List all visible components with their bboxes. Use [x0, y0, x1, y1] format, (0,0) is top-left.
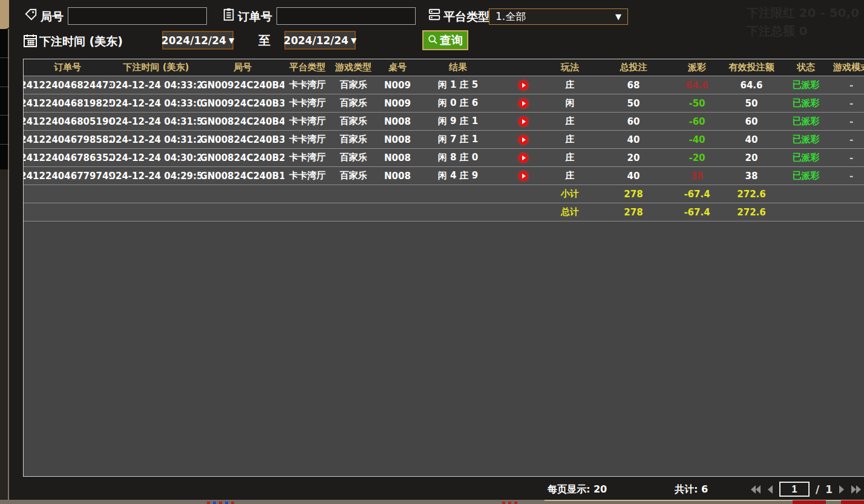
bet-time-label: 下注时间 (美东) — [39, 34, 123, 50]
cell-platform: 卡卡湾厅 — [284, 76, 330, 94]
date-from-select[interactable]: 2024/12/24 ▼ — [162, 31, 234, 50]
table-row: 241224046819825 2024-12-24 04:33:01 GN00… — [24, 94, 864, 113]
cell-bet-time: 2024-12-24 04:29:56 — [111, 167, 201, 185]
date-to-select[interactable]: 2024/12/24 ▼ — [284, 31, 356, 50]
cell-game-mode: - — [827, 76, 864, 94]
round-number-input[interactable] — [68, 7, 207, 25]
grand-total-valid-bet: 272.6 — [718, 203, 785, 221]
cell-game-mode: - — [827, 94, 864, 112]
cell-round-no: GN00824C240B1 — [201, 167, 284, 185]
page-separator: / — [816, 483, 819, 496]
table-row: 241224046779749 2024-12-24 04:29:56 GN00… — [24, 167, 864, 185]
first-page-icon[interactable] — [750, 485, 761, 494]
cell-valid-bet: 40 — [718, 131, 785, 148]
replay-play-icon[interactable] — [497, 99, 549, 108]
total-count-label: 共计: 6 — [675, 483, 708, 496]
cell-play: 庄 — [549, 76, 591, 94]
cell-result: 闲 7 庄 1 — [419, 131, 549, 148]
cell-order-no: 241224046819825 — [24, 94, 111, 112]
cell-order-no: 241224046824473 — [24, 76, 111, 94]
page-number-input[interactable] — [779, 482, 810, 497]
order-number-input[interactable] — [277, 7, 416, 25]
next-page-icon[interactable] — [839, 485, 845, 494]
cell-status: 已派彩 — [785, 76, 827, 94]
cell-status: 已派彩 — [785, 94, 827, 112]
grand-total-label: 总计 — [549, 203, 591, 221]
col-header-bet-time: 下注时间 (美东) — [111, 59, 201, 76]
col-header-round-no: 局号 — [201, 59, 284, 76]
cell-platform: 卡卡湾厅 — [284, 167, 330, 185]
cell-valid-bet: 20 — [718, 149, 785, 166]
date-to-value: 2024/12/24 — [284, 34, 349, 47]
col-header-payout: 派彩 — [676, 59, 718, 76]
table-footer: 每页显示: 20 共计: 6 / 1 — [9, 480, 864, 500]
search-icon — [428, 34, 438, 47]
cell-bet-time: 2024-12-24 04:30:25 — [111, 149, 201, 166]
cell-order-no: 241224046779749 — [24, 167, 111, 185]
date-range-to-label: 至 — [258, 33, 270, 49]
date-from-value: 2024/12/24 — [162, 34, 226, 47]
col-header-valid-bet: 有效投注额 — [718, 59, 785, 76]
cell-status: 已派彩 — [785, 149, 827, 166]
grand-total-row: 总计 278 -67.4 272.6 — [24, 203, 864, 221]
query-button-label: 查询 — [440, 33, 463, 48]
table-row: 241224046786352 2024-12-24 04:30:25 GN00… — [24, 149, 864, 167]
grand-total-total-bet: 278 — [591, 203, 676, 221]
replay-play-icon[interactable] — [497, 80, 549, 90]
cell-game-mode: - — [827, 113, 864, 130]
round-number-label: 局号 — [41, 9, 64, 25]
table-row: 241224046805196 2024-12-24 04:31:55 GN00… — [24, 113, 864, 131]
replay-play-icon[interactable] — [497, 153, 549, 163]
cell-play: 庄 — [549, 167, 591, 185]
col-header-result: 结果 — [419, 59, 549, 76]
background-page-bottom-strip — [0, 500, 864, 504]
cell-round-no: GN00924C240B3 — [201, 94, 284, 112]
platform-type-select[interactable]: 1.全部 ▼ — [489, 8, 628, 25]
replay-play-icon[interactable] — [497, 135, 549, 145]
bet-records-table: 订单号 下注时间 (美东) 局号 平台类型 游戏类型 桌号 结果 玩法 总投注 … — [23, 59, 864, 477]
cell-round-no: GN00824C240B2 — [201, 149, 284, 166]
page-total: 1 — [825, 483, 833, 496]
chevron-down-icon: ▼ — [229, 36, 234, 45]
cell-table-no: N008 — [376, 131, 419, 148]
table-row: 241224046798582 2024-12-24 04:31:22 GN00… — [24, 131, 864, 149]
cell-game-type: 百家乐 — [330, 76, 376, 94]
cell-table-no: N008 — [376, 149, 419, 166]
subtotal-payout: -67.4 — [676, 185, 718, 203]
cell-total-bet: 60 — [591, 113, 676, 130]
cell-platform: 卡卡湾厅 — [284, 113, 330, 130]
pagination: / 1 — [750, 482, 862, 497]
cell-order-no: 241224046786352 — [24, 149, 111, 166]
subtotal-total-bet: 278 — [591, 185, 676, 203]
cell-bet-time: 2024-12-24 04:33:26 — [111, 76, 201, 94]
replay-play-icon[interactable] — [497, 171, 549, 181]
cell-valid-bet: 64.6 — [718, 76, 785, 94]
cell-payout: 64.6 — [676, 76, 718, 94]
col-header-platform: 平台类型 — [284, 59, 330, 76]
cell-game-mode: - — [827, 149, 864, 166]
cell-play: 庄 — [549, 131, 591, 148]
last-page-icon[interactable] — [851, 485, 862, 494]
cell-play: 庄 — [549, 113, 591, 130]
cell-game-type: 百家乐 — [330, 113, 376, 130]
cell-table-no: N009 — [376, 94, 419, 112]
background-page-left-strip — [0, 0, 9, 504]
cell-valid-bet: 60 — [718, 113, 785, 130]
cell-play: 闲 — [549, 94, 591, 112]
clipboard-icon — [222, 8, 235, 24]
cell-table-no: N009 — [376, 76, 419, 94]
cell-total-bet: 50 — [591, 94, 676, 112]
table-row: 241224046824473 2024-12-24 04:33:26 GN00… — [24, 76, 864, 94]
cell-payout: -20 — [676, 149, 718, 166]
cell-order-no: 241224046798582 — [24, 131, 111, 148]
cell-result: 闲 0 庄 6 — [419, 94, 549, 112]
bet-history-panel: 下注限红 20 - 50,0 下注总额 0 局号 订单号 平台类型 1.全部 ▼… — [9, 0, 864, 500]
cell-round-no: GN00924C240B4 — [201, 76, 284, 94]
cell-game-type: 百家乐 — [330, 149, 376, 166]
prev-page-icon[interactable] — [767, 485, 773, 494]
query-button[interactable]: 查询 — [422, 30, 468, 50]
cell-result: 闲 8 庄 0 — [419, 149, 549, 166]
cell-platform: 卡卡湾厅 — [284, 94, 330, 112]
replay-play-icon[interactable] — [497, 117, 549, 126]
chevron-down-icon: ▼ — [351, 36, 356, 45]
